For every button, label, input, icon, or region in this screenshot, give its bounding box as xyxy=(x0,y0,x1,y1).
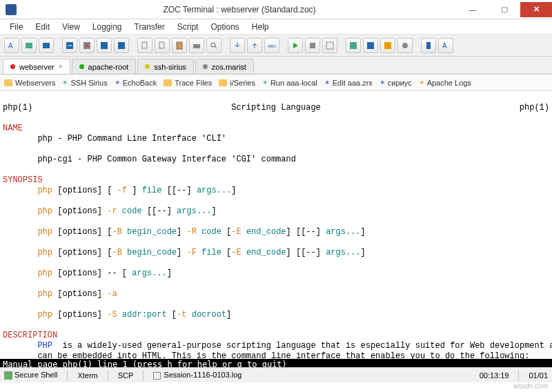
minimize-button[interactable]: — xyxy=(457,2,489,17)
menu-options[interactable]: Options xyxy=(205,21,244,33)
menu-file[interactable]: File xyxy=(4,21,28,33)
svg-rect-5 xyxy=(101,42,108,49)
svg-rect-15 xyxy=(350,42,357,49)
tb-disconnect[interactable] xyxy=(79,38,95,53)
menubar: File Edit View Logging Transfer Script O… xyxy=(0,19,552,35)
menu-view[interactable]: View xyxy=(57,21,86,33)
tb-edit[interactable] xyxy=(322,38,337,53)
checkbox-icon[interactable] xyxy=(153,372,161,380)
tab-close-icon[interactable]: × xyxy=(59,63,63,70)
svg-rect-9 xyxy=(177,42,182,49)
bm-ssh-sirius[interactable]: ✶SSH Sirius xyxy=(62,79,107,87)
tb-upload[interactable] xyxy=(247,38,262,53)
status-shell: Secure Shell xyxy=(4,371,57,380)
svg-rect-1 xyxy=(26,43,32,48)
section-synopsis: SYNOPSIS xyxy=(3,175,43,185)
svg-rect-14 xyxy=(326,42,333,49)
section-description: DESCRIPTION xyxy=(3,331,57,340)
svg-rect-13 xyxy=(310,43,315,48)
menu-script[interactable]: Script xyxy=(172,21,204,33)
svg-text:A: A xyxy=(442,42,447,50)
tb-play[interactable] xyxy=(288,38,303,53)
status-log[interactable]: Session-1116-0103.log xyxy=(153,371,241,380)
tb-tool2[interactable]: A xyxy=(438,38,453,53)
tb-copy[interactable] xyxy=(137,38,152,53)
tab-label: webserver xyxy=(19,63,55,71)
tab-dot-icon xyxy=(79,64,84,69)
tab-label: zos.marist xyxy=(212,63,246,71)
bm-run-aaa[interactable]: ✶Run aaa-local xyxy=(262,79,317,87)
bm-echoback[interactable]: ✶EchoBack xyxy=(115,79,157,87)
tab-dot-icon xyxy=(145,64,150,69)
tab-dot-icon xyxy=(10,64,15,69)
star-icon: ✶ xyxy=(324,79,330,86)
menu-help[interactable]: Help xyxy=(246,21,275,33)
bm-webservers[interactable]: Webservers xyxy=(4,79,55,87)
statusbar: Secure Shell Xterm SCP Session-1116-0103… xyxy=(0,367,552,382)
bm-iseries[interactable]: i/Series xyxy=(219,79,255,87)
folder-icon xyxy=(4,79,12,86)
bm-apache-logs[interactable]: ✶Apache Logs xyxy=(419,79,471,87)
svg-rect-17 xyxy=(384,42,391,49)
maximize-button[interactable]: ▢ xyxy=(489,2,520,17)
section-name: NAME xyxy=(3,124,23,133)
tabbar: webserver× apache-root ssh-sirius zos.ma… xyxy=(0,57,552,75)
tab-dot-icon xyxy=(203,64,208,69)
folder-icon xyxy=(219,79,227,86)
status-page: 01/01 xyxy=(529,371,548,380)
status-protocol: SCP xyxy=(118,371,134,380)
tb-print[interactable] xyxy=(189,38,204,53)
status-term: Xterm xyxy=(77,371,97,380)
tb-clipboard[interactable] xyxy=(172,38,187,53)
tb-stop[interactable] xyxy=(305,38,320,53)
svg-rect-8 xyxy=(159,42,164,48)
shell-icon xyxy=(4,371,12,380)
toolbar: A ABC A xyxy=(0,35,552,57)
tab-apache-root[interactable]: apache-root xyxy=(72,59,137,74)
tb-download[interactable] xyxy=(230,38,245,53)
bm-trace-files[interactable]: Trace Files xyxy=(164,79,212,87)
menu-logging[interactable]: Logging xyxy=(87,21,128,33)
star-icon: ✶ xyxy=(62,79,68,86)
star-icon: ✶ xyxy=(419,79,424,86)
tb-search[interactable] xyxy=(206,38,221,53)
tab-webserver[interactable]: webserver× xyxy=(3,59,70,74)
tb-abc[interactable]: ABC xyxy=(264,38,279,53)
bm-edit-aaa[interactable]: ✶Edit aaa.zrx xyxy=(324,79,373,87)
svg-rect-2 xyxy=(43,43,50,48)
terminal[interactable]: php(1)Scripting Languagephp(1) NAME php … xyxy=(0,91,552,359)
svg-rect-6 xyxy=(118,42,125,49)
tb-open[interactable] xyxy=(39,38,54,53)
tb-opt2[interactable] xyxy=(363,38,378,53)
tab-label: apache-root xyxy=(88,63,129,71)
star-icon: ✶ xyxy=(262,79,268,86)
menu-edit[interactable]: Edit xyxy=(30,21,55,33)
tb-history[interactable] xyxy=(114,38,129,53)
svg-rect-7 xyxy=(142,42,147,48)
menu-transfer[interactable]: Transfer xyxy=(129,21,170,33)
svg-text:ABC: ABC xyxy=(268,44,277,48)
star-icon: ✶ xyxy=(379,79,385,86)
tb-new[interactable] xyxy=(21,38,37,53)
watermark: wsxdn.com xyxy=(0,382,552,392)
status-time: 00:13:19 xyxy=(480,371,509,380)
tab-zos-marist[interactable]: zos.marist xyxy=(195,59,254,74)
window-title: ZOC Terminal : webserver (Standard.zoc) xyxy=(22,5,457,14)
tb-session[interactable] xyxy=(97,38,112,53)
bm-sirius-ru[interactable]: ✶сириус xyxy=(379,79,412,87)
tb-tool1[interactable] xyxy=(421,38,436,53)
svg-rect-16 xyxy=(367,42,374,49)
svg-rect-10 xyxy=(193,44,200,48)
tb-settings[interactable] xyxy=(397,38,413,53)
folder-icon xyxy=(164,79,172,86)
tb-opt1[interactable] xyxy=(346,38,361,53)
close-button[interactable]: ✕ xyxy=(520,2,552,17)
tb-font[interactable]: A xyxy=(4,38,19,53)
bookmark-bar: Webservers ✶SSH Sirius ✶EchoBack Trace F… xyxy=(0,75,552,91)
svg-point-18 xyxy=(402,43,408,48)
tab-ssh-sirius[interactable]: ssh-sirius xyxy=(137,59,193,74)
man-header-left: php(1) xyxy=(3,103,32,113)
tb-paste[interactable] xyxy=(155,38,170,53)
tb-opt3[interactable] xyxy=(380,38,395,53)
tb-connect[interactable] xyxy=(62,38,77,53)
